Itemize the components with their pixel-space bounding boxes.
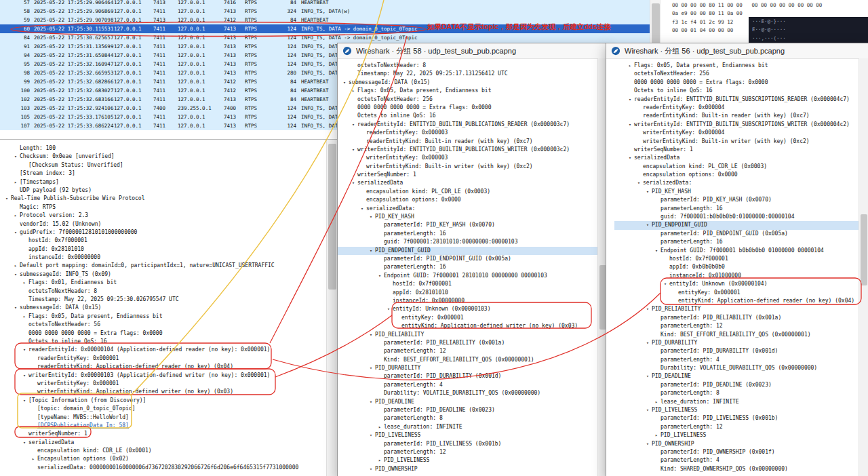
tree-row[interactable]: guid: 7f000001:28101010:00000000:0000010… bbox=[338, 238, 598, 246]
tree-row[interactable]: ▾Endpoint GUID: 7f000001 b0b0b0b0 010000… bbox=[614, 247, 859, 255]
expand-toggle-icon[interactable]: ▸ bbox=[652, 398, 660, 406]
tree-row[interactable]: parameterId: PID_ENDPOINT_GUID (0x005a) bbox=[614, 230, 859, 238]
tree-row[interactable]: octetsToNextHeader: 256 bbox=[338, 96, 598, 104]
tree-row[interactable]: writerSeqNumber: 1 bbox=[0, 430, 337, 438]
tree-row[interactable]: Timestamp: May 22, 2025 09:25:30.0267955… bbox=[0, 296, 337, 304]
tree-row[interactable]: parameterId: PID_KEY_HASH (0x0070) bbox=[338, 221, 598, 229]
tree-row[interactable]: vendorId: 15.02 (Unknown) bbox=[0, 220, 337, 229]
scrollbar-thumb[interactable] bbox=[328, 144, 336, 290]
tree-row[interactable]: 0000 0000 0000 0000 = Extra flags: 0x000… bbox=[614, 79, 859, 87]
expand-toggle-icon[interactable]: ▾ bbox=[367, 465, 375, 473]
dialog-58-titlebar[interactable]: Wireshark · 分组 58 · udp_test_sub_pub.pca… bbox=[338, 43, 608, 59]
tree-row[interactable]: ▸Flags: 0x01, Endianness bit bbox=[0, 279, 337, 287]
tree-row[interactable]: hostId: 0x7f000001 bbox=[0, 237, 337, 245]
expand-toggle-icon[interactable]: ▸ bbox=[376, 456, 384, 464]
expand-toggle-icon[interactable]: ▾ bbox=[367, 213, 375, 221]
tree-row[interactable]: parameterLength: 8 bbox=[614, 389, 859, 397]
tree-row[interactable]: ▾serializedData bbox=[614, 154, 859, 162]
expand-toggle-icon[interactable]: ▾ bbox=[12, 229, 20, 237]
tree-row[interactable]: ▾serializedData: bbox=[614, 179, 859, 187]
tree-row[interactable]: ▸[Timestamps] bbox=[0, 178, 337, 186]
expand-toggle-icon[interactable]: ▾ bbox=[644, 440, 652, 448]
tree-row[interactable]: parameterLength: 12 bbox=[614, 322, 859, 330]
tree-row[interactable]: [topic: domain_0_topic_0Topic] bbox=[0, 405, 337, 413]
scrollbar-thumb[interactable] bbox=[652, 3, 660, 47]
tree-row[interactable]: ▾PID_KEY_HASH bbox=[614, 188, 859, 196]
expand-toggle-icon[interactable]: ▾ bbox=[644, 406, 652, 414]
tree-row[interactable]: appId: 0x28101010 bbox=[338, 289, 598, 297]
packet-row[interactable]: 572025-05-22 17:25:29.906464127.0.0.1741… bbox=[0, 0, 650, 7]
expand-toggle-icon[interactable]: ▾ bbox=[20, 372, 28, 380]
tree-row[interactable]: Magic: RTPS bbox=[0, 203, 337, 212]
tree-row[interactable]: Octets to inline QoS: 16 bbox=[614, 87, 859, 95]
tree-row[interactable]: entityKey: 0x000001 bbox=[614, 289, 859, 297]
tree-row[interactable]: parameterId: PID_DURABILITY (0x001d) bbox=[614, 347, 859, 355]
expand-toggle-icon[interactable]: ▾ bbox=[644, 305, 652, 313]
tree-row[interactable]: Kind: SHARED_OWNERSHIP_QOS (0x00000000) bbox=[614, 465, 859, 473]
tree-row[interactable]: parameterLength: 16 bbox=[338, 230, 598, 238]
tree-row[interactable]: Kind: BEST_EFFORT_RELIABILITY_QOS (0x000… bbox=[338, 356, 598, 364]
tree-row[interactable]: UDP payload (92 bytes) bbox=[0, 186, 337, 195]
expand-toggle-icon[interactable]: ▾ bbox=[376, 272, 384, 280]
tree-row[interactable]: ▾submessageId: DATA (0x15) bbox=[338, 79, 598, 87]
tree-row[interactable]: ▾Real-Time Publish-Subscribe Wire Protoc… bbox=[0, 195, 337, 203]
tree-row[interactable]: writerSeqNumber: 1 bbox=[338, 171, 598, 179]
expand-toggle-icon[interactable]: ▾ bbox=[367, 247, 375, 255]
tree-row[interactable]: ▾submessageId: DATA (0x15) bbox=[0, 304, 337, 312]
packet-row[interactable]: 592025-05-22 17:25:29.907098127.0.0.1741… bbox=[0, 16, 650, 24]
tree-row[interactable]: parameterId: PID_RELIABILITY (0x001a) bbox=[614, 314, 859, 322]
tree-row[interactable]: ▾PID_DEADLINE bbox=[614, 372, 859, 380]
packet-row[interactable]: 842025-05-22 17:25:30.625657127.0.0.1741… bbox=[0, 33, 650, 42]
tree-row[interactable]: ▸Encapsulation options (0x02) bbox=[0, 455, 337, 463]
expand-toggle-icon[interactable]: ▾ bbox=[367, 398, 375, 406]
tree-row[interactable]: Kind: BEST_EFFORT_RELIABILITY_QOS (0x000… bbox=[614, 331, 859, 339]
tree-row[interactable]: parameterLength: 12 bbox=[614, 423, 859, 431]
expand-toggle-icon[interactable]: ▸ bbox=[20, 279, 28, 287]
expand-toggle-icon[interactable]: ▾ bbox=[635, 179, 643, 187]
tree-row[interactable]: octetsToNextHeader: 8 bbox=[338, 62, 598, 70]
expand-toggle-icon[interactable]: ▾ bbox=[384, 305, 393, 313]
expand-toggle-icon[interactable]: ▸ bbox=[20, 313, 28, 321]
tree-row[interactable]: appId: 0x28101010 bbox=[0, 245, 337, 254]
tree-row[interactable]: parameterLength: 4 bbox=[614, 356, 859, 364]
expand-toggle-icon[interactable]: ▾ bbox=[661, 280, 669, 288]
expand-toggle-icon[interactable]: ▸ bbox=[349, 87, 357, 95]
dialog-56-detail-tree[interactable]: ▸Flags: 0x05, Data present, Endianness b… bbox=[606, 58, 859, 476]
dialog-56-titlebar[interactable]: Wireshark · 分组 56 · udp_test_sub_pub.pca… bbox=[606, 43, 868, 59]
tree-row[interactable]: encapsulation kind: PL_CDR_LE (0x0003) bbox=[614, 163, 859, 171]
tree-row[interactable]: writerEntityKind: Built-in writer (with … bbox=[614, 138, 859, 146]
tree-row[interactable]: ▾[Topic Information (from Discovery)] bbox=[0, 397, 337, 405]
tree-row[interactable]: ▸lease_duration: INFINITE bbox=[614, 398, 859, 406]
tree-row[interactable]: serializedData: 00000000160000006d736720… bbox=[0, 464, 337, 472]
packet-detail-pane[interactable]: Length: 100▾Checksum: 0x0eae [unverified… bbox=[0, 139, 337, 476]
tree-row[interactable]: writerEntityKey: 0x000003 bbox=[338, 154, 598, 162]
tree-row[interactable]: ▾PID_DEADLINE bbox=[338, 398, 598, 406]
tree-row[interactable]: ▾entityId: Unknown (0x00000103) bbox=[338, 305, 598, 313]
tree-row[interactable]: parameterLength: 4 bbox=[614, 456, 859, 464]
tree-row[interactable]: entityKind: Application-defined reader (… bbox=[614, 297, 859, 305]
expand-toggle-icon[interactable]: ▾ bbox=[644, 188, 652, 196]
expand-toggle-icon[interactable]: ▾ bbox=[20, 346, 28, 354]
tree-row[interactable]: octetsToNextHeader: 56 bbox=[0, 321, 337, 329]
expand-toggle-icon[interactable]: ▸ bbox=[626, 62, 634, 70]
tree-row[interactable]: Length: 100 bbox=[0, 144, 337, 153]
tree-row[interactable]: appId: 0xb0b0b0b0 bbox=[614, 263, 859, 271]
tree-row[interactable]: parameterId: PID_RELIABILITY (0x001a) bbox=[338, 339, 598, 347]
tree-row[interactable]: instanceId: 0x00000000 bbox=[0, 254, 337, 262]
expand-toggle-icon[interactable]: ▾ bbox=[20, 439, 28, 447]
tree-row[interactable]: 0000 0000 0000 0000 = Extra flags: 0x000… bbox=[0, 330, 337, 338]
tree-row[interactable]: encapsulation options: 0x0000 bbox=[338, 196, 598, 204]
tree-row[interactable]: parameterId: PID_DEADLINE (0x0023) bbox=[338, 406, 598, 414]
tree-row[interactable]: Octets to inline QoS: 16 bbox=[0, 338, 337, 346]
tree-row[interactable]: parameterLength: 8 bbox=[338, 414, 598, 422]
tree-row[interactable]: ▾writerEntityId: 0x00000103 (Application… bbox=[0, 372, 337, 380]
expand-toggle-icon[interactable]: ▾ bbox=[349, 121, 357, 129]
expand-toggle-icon[interactable]: ▾ bbox=[3, 195, 11, 203]
expand-toggle-icon[interactable]: ▾ bbox=[626, 96, 634, 104]
dialog-58-detail-tree[interactable]: octetsToNextHeader: 8Timestamp: May 22, … bbox=[338, 58, 598, 476]
dcps-publication-link[interactable]: [DCPSPublicationData In: 58] bbox=[37, 422, 129, 429]
tree-row[interactable]: writerEntityKind: Built-in writer (with … bbox=[338, 163, 598, 171]
expand-toggle-icon[interactable]: ▾ bbox=[12, 271, 20, 279]
dialog-56-scrollbar[interactable] bbox=[859, 58, 868, 476]
tree-row[interactable]: ▸PID_LIVELINESS bbox=[614, 431, 859, 439]
